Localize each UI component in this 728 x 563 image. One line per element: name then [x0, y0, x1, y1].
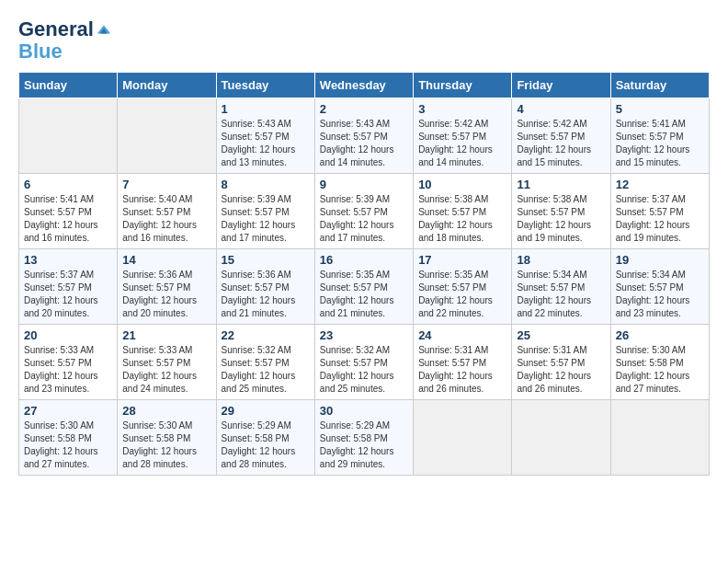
calendar-cell: 15Sunrise: 5:36 AMSunset: 5:57 PMDayligh…	[216, 249, 314, 325]
day-info: Sunrise: 5:30 AMSunset: 5:58 PMDaylight:…	[122, 419, 210, 471]
day-number: 14	[122, 253, 210, 267]
calendar-cell: 8Sunrise: 5:39 AMSunset: 5:57 PMDaylight…	[216, 174, 314, 249]
calendar-cell	[118, 98, 216, 174]
day-number: 11	[517, 178, 605, 191]
day-number: 18	[517, 253, 605, 267]
day-info: Sunrise: 5:40 AMSunset: 5:57 PMDaylight:…	[122, 193, 210, 245]
day-info: Sunrise: 5:36 AMSunset: 5:57 PMDaylight:…	[222, 269, 310, 320]
calendar-cell: 25Sunrise: 5:31 AMSunset: 5:57 PMDayligh…	[512, 325, 610, 400]
day-number: 19	[616, 253, 704, 267]
day-number: 26	[616, 328, 704, 342]
calendar-cell: 17Sunrise: 5:35 AMSunset: 5:57 PMDayligh…	[414, 249, 512, 325]
header-day-sunday: Sunday	[19, 73, 118, 98]
day-number: 3	[418, 102, 506, 116]
calendar-cell: 4Sunrise: 5:42 AMSunset: 5:57 PMDaylight…	[512, 98, 610, 174]
calendar-cell: 29Sunrise: 5:29 AMSunset: 5:58 PMDayligh…	[216, 400, 314, 476]
calendar-cell	[414, 400, 512, 476]
day-number: 5	[616, 102, 704, 116]
day-info: Sunrise: 5:31 AMSunset: 5:57 PMDaylight:…	[517, 344, 605, 396]
header-day-friday: Friday	[512, 73, 610, 98]
day-number: 10	[418, 178, 506, 191]
calendar-cell: 30Sunrise: 5:29 AMSunset: 5:58 PMDayligh…	[314, 400, 413, 476]
calendar-cell: 13Sunrise: 5:37 AMSunset: 5:57 PMDayligh…	[19, 249, 118, 325]
day-number: 1	[222, 102, 310, 116]
day-info: Sunrise: 5:29 AMSunset: 5:58 PMDaylight:…	[222, 419, 310, 471]
day-number: 8	[222, 178, 310, 191]
calendar-cell: 23Sunrise: 5:32 AMSunset: 5:57 PMDayligh…	[314, 325, 413, 400]
day-number: 27	[24, 404, 112, 418]
day-number: 13	[24, 253, 112, 267]
calendar-cell: 1Sunrise: 5:43 AMSunset: 5:57 PMDaylight…	[216, 98, 314, 174]
calendar-cell: 3Sunrise: 5:42 AMSunset: 5:57 PMDaylight…	[414, 98, 512, 174]
day-info: Sunrise: 5:35 AMSunset: 5:57 PMDaylight:…	[320, 269, 408, 320]
calendar-cell: 16Sunrise: 5:35 AMSunset: 5:57 PMDayligh…	[314, 249, 413, 325]
calendar-cell: 20Sunrise: 5:33 AMSunset: 5:57 PMDayligh…	[19, 325, 118, 400]
calendar-week-row: 6Sunrise: 5:41 AMSunset: 5:57 PMDaylight…	[19, 174, 710, 249]
day-info: Sunrise: 5:42 AMSunset: 5:57 PMDaylight:…	[517, 118, 605, 169]
calendar-cell: 12Sunrise: 5:37 AMSunset: 5:57 PMDayligh…	[610, 174, 709, 249]
day-number: 4	[517, 102, 605, 116]
calendar-week-row: 1Sunrise: 5:43 AMSunset: 5:57 PMDaylight…	[19, 98, 710, 174]
header-day-wednesday: Wednesday	[314, 73, 413, 98]
day-number: 25	[517, 328, 605, 342]
day-number: 23	[320, 328, 408, 342]
header-day-thursday: Thursday	[414, 73, 512, 98]
day-info: Sunrise: 5:36 AMSunset: 5:57 PMDaylight:…	[122, 269, 210, 320]
day-number: 16	[320, 253, 408, 267]
day-info: Sunrise: 5:43 AMSunset: 5:57 PMDaylight:…	[222, 118, 310, 169]
day-info: Sunrise: 5:33 AMSunset: 5:57 PMDaylight:…	[122, 344, 210, 396]
header-day-tuesday: Tuesday	[216, 73, 314, 98]
day-info: Sunrise: 5:38 AMSunset: 5:57 PMDaylight:…	[517, 193, 605, 245]
day-info: Sunrise: 5:33 AMSunset: 5:57 PMDaylight:…	[24, 344, 112, 396]
calendar-cell: 14Sunrise: 5:36 AMSunset: 5:57 PMDayligh…	[118, 249, 216, 325]
day-info: Sunrise: 5:32 AMSunset: 5:57 PMDaylight:…	[320, 344, 408, 396]
day-number: 28	[122, 404, 210, 418]
logo-icon	[96, 21, 112, 38]
day-info: Sunrise: 5:37 AMSunset: 5:57 PMDaylight:…	[24, 269, 112, 320]
day-number: 30	[320, 404, 408, 418]
day-info: Sunrise: 5:38 AMSunset: 5:57 PMDaylight:…	[418, 193, 506, 245]
calendar-cell: 9Sunrise: 5:39 AMSunset: 5:57 PMDaylight…	[314, 174, 413, 249]
page-header: General Blue	[18, 18, 710, 63]
calendar-header-row: SundayMondayTuesdayWednesdayThursdayFrid…	[19, 73, 710, 98]
calendar-cell: 22Sunrise: 5:32 AMSunset: 5:57 PMDayligh…	[216, 325, 314, 400]
calendar-week-row: 27Sunrise: 5:30 AMSunset: 5:58 PMDayligh…	[19, 400, 710, 476]
day-info: Sunrise: 5:39 AMSunset: 5:57 PMDaylight:…	[222, 193, 310, 245]
calendar-cell: 24Sunrise: 5:31 AMSunset: 5:57 PMDayligh…	[414, 325, 512, 400]
day-number: 12	[616, 178, 704, 191]
day-info: Sunrise: 5:32 AMSunset: 5:57 PMDaylight:…	[222, 344, 310, 396]
day-number: 9	[320, 178, 408, 191]
calendar-cell	[610, 400, 709, 476]
day-number: 6	[24, 178, 112, 191]
logo-text: General	[18, 18, 94, 40]
calendar-cell: 18Sunrise: 5:34 AMSunset: 5:57 PMDayligh…	[512, 249, 610, 325]
calendar-cell: 26Sunrise: 5:30 AMSunset: 5:58 PMDayligh…	[610, 325, 709, 400]
day-info: Sunrise: 5:34 AMSunset: 5:57 PMDaylight:…	[616, 269, 704, 320]
day-number: 20	[24, 328, 112, 342]
calendar-cell: 28Sunrise: 5:30 AMSunset: 5:58 PMDayligh…	[118, 400, 216, 476]
day-info: Sunrise: 5:43 AMSunset: 5:57 PMDaylight:…	[320, 118, 408, 169]
day-number: 15	[222, 253, 310, 267]
day-info: Sunrise: 5:42 AMSunset: 5:57 PMDaylight:…	[418, 118, 506, 169]
calendar-table: SundayMondayTuesdayWednesdayThursdayFrid…	[18, 72, 710, 476]
calendar-cell: 10Sunrise: 5:38 AMSunset: 5:57 PMDayligh…	[414, 174, 512, 249]
day-info: Sunrise: 5:39 AMSunset: 5:57 PMDaylight:…	[320, 193, 408, 245]
calendar-week-row: 13Sunrise: 5:37 AMSunset: 5:57 PMDayligh…	[19, 249, 710, 325]
day-info: Sunrise: 5:35 AMSunset: 5:57 PMDaylight:…	[418, 269, 506, 320]
calendar-cell: 19Sunrise: 5:34 AMSunset: 5:57 PMDayligh…	[610, 249, 709, 325]
day-info: Sunrise: 5:30 AMSunset: 5:58 PMDaylight:…	[24, 419, 112, 471]
day-number: 22	[222, 328, 310, 342]
header-day-saturday: Saturday	[610, 73, 709, 98]
header-day-monday: Monday	[118, 73, 216, 98]
day-number: 7	[122, 178, 210, 191]
day-number: 24	[418, 328, 506, 342]
calendar-week-row: 20Sunrise: 5:33 AMSunset: 5:57 PMDayligh…	[19, 325, 710, 400]
day-number: 21	[122, 328, 210, 342]
logo: General Blue	[18, 18, 112, 63]
calendar-cell: 5Sunrise: 5:41 AMSunset: 5:57 PMDaylight…	[610, 98, 709, 174]
day-number: 2	[320, 102, 408, 116]
calendar-cell: 21Sunrise: 5:33 AMSunset: 5:57 PMDayligh…	[118, 325, 216, 400]
day-info: Sunrise: 5:41 AMSunset: 5:57 PMDaylight:…	[616, 118, 704, 169]
day-info: Sunrise: 5:41 AMSunset: 5:57 PMDaylight:…	[24, 193, 112, 245]
day-number: 29	[222, 404, 310, 418]
